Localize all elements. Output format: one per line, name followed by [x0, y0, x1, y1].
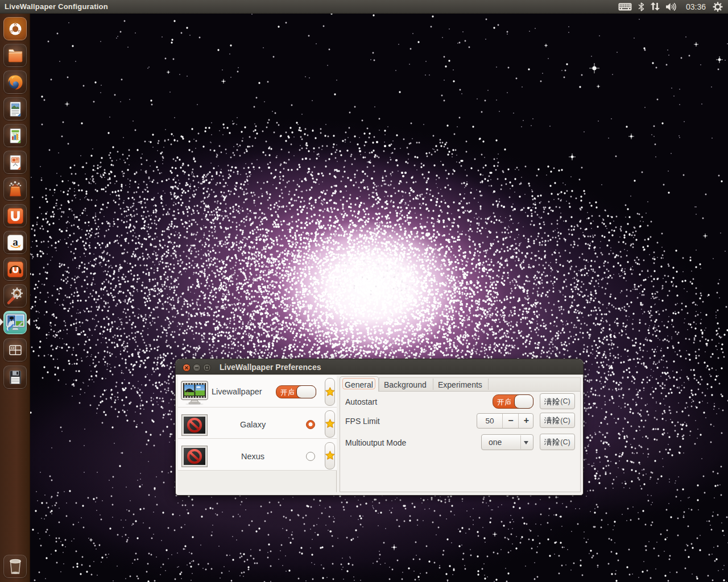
svg-text:a: a	[13, 235, 18, 247]
